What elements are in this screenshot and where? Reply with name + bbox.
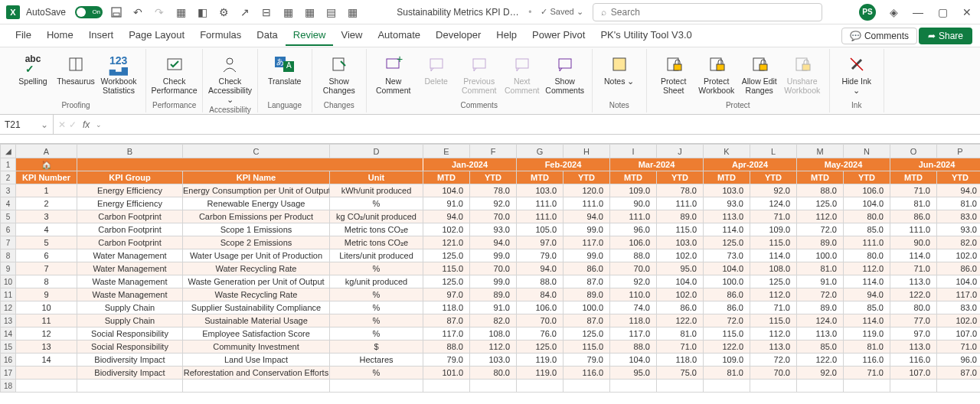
cell[interactable]: 88.0 bbox=[797, 184, 844, 197]
col-header-B[interactable]: B bbox=[77, 145, 183, 158]
hdr-mtd[interactable]: MTD bbox=[517, 171, 564, 184]
cell[interactable]: Waste Recycling Rate bbox=[183, 288, 330, 301]
cell[interactable]: 71.0 bbox=[750, 301, 797, 314]
cell[interactable]: % bbox=[330, 314, 423, 327]
name-box[interactable]: T21 ⌄ bbox=[0, 115, 54, 134]
cell[interactable]: 85.0 bbox=[844, 223, 890, 236]
cell[interactable]: 81.0 bbox=[844, 340, 890, 354]
qat-icon-5[interactable]: ⊟ bbox=[259, 5, 274, 20]
save-icon[interactable] bbox=[109, 5, 124, 20]
cell[interactable] bbox=[423, 380, 470, 393]
cell[interactable]: 100.0 bbox=[704, 275, 750, 288]
tab-automate[interactable]: Automate bbox=[370, 25, 428, 46]
cell[interactable]: 89.0 bbox=[470, 288, 517, 301]
qat-icon-4[interactable]: ↗ bbox=[237, 5, 253, 20]
cell[interactable]: 11 bbox=[16, 314, 77, 327]
cell[interactable]: 111.0 bbox=[517, 197, 564, 210]
row-header-11[interactable]: 11 bbox=[1, 288, 16, 301]
cell[interactable]: 121.0 bbox=[423, 236, 470, 249]
cell[interactable] bbox=[844, 380, 890, 393]
cell[interactable]: Waste Management bbox=[77, 288, 183, 301]
ribbon-protect-workbook-button[interactable]: Protect Workbook bbox=[696, 52, 737, 96]
col-header-H[interactable]: H bbox=[564, 145, 610, 158]
row-header-14[interactable]: 14 bbox=[1, 327, 16, 340]
cell[interactable]: 89.0 bbox=[797, 301, 844, 314]
cell[interactable]: 107.0 bbox=[937, 327, 981, 340]
cell[interactable]: Renewable Energy Usage bbox=[183, 197, 330, 210]
cell[interactable]: 71.0 bbox=[890, 184, 937, 197]
col-header-L[interactable]: L bbox=[750, 145, 797, 158]
cell[interactable]: 113.0 bbox=[890, 340, 937, 354]
cell[interactable]: % bbox=[330, 197, 423, 210]
cell[interactable]: 104.0 bbox=[610, 354, 657, 367]
cell[interactable]: 96.0 bbox=[937, 354, 981, 367]
accept-formula-icon[interactable]: ✓ bbox=[69, 119, 77, 130]
hdr-mtd[interactable]: MTD bbox=[704, 171, 750, 184]
hdr-ytd[interactable]: YTD bbox=[564, 171, 610, 184]
cell[interactable]: 87.0 bbox=[423, 314, 470, 327]
col-header-P[interactable]: P bbox=[937, 145, 981, 158]
cell[interactable]: 91.0 bbox=[470, 301, 517, 314]
cell[interactable]: 96.0 bbox=[610, 223, 657, 236]
cell[interactable]: 87.0 bbox=[564, 314, 610, 327]
cell[interactable]: 122.0 bbox=[797, 354, 844, 367]
cell[interactable]: 91.0 bbox=[797, 275, 844, 288]
cell[interactable]: 112.0 bbox=[750, 288, 797, 301]
cell[interactable]: Metric tons CO₂e bbox=[330, 236, 423, 249]
cell[interactable]: 90.0 bbox=[890, 236, 937, 249]
col-header-K[interactable]: K bbox=[704, 145, 750, 158]
cell[interactable]: 125.0 bbox=[797, 197, 844, 210]
cell[interactable]: 99.0 bbox=[470, 249, 517, 262]
cell[interactable]: 104.0 bbox=[937, 275, 981, 288]
ribbon-thesaurus-button[interactable]: Thesaurus bbox=[55, 52, 96, 87]
cell[interactable]: 108.0 bbox=[750, 262, 797, 275]
cell[interactable]: 125.0 bbox=[704, 236, 750, 249]
cell[interactable]: 112.0 bbox=[844, 262, 890, 275]
cell[interactable]: 71.0 bbox=[844, 367, 890, 380]
cell[interactable]: 103.0 bbox=[517, 184, 564, 197]
cell[interactable]: 87.0 bbox=[564, 275, 610, 288]
cell[interactable]: 113.0 bbox=[750, 340, 797, 354]
cell[interactable]: Social Responsibility bbox=[77, 327, 183, 340]
cell[interactable]: Community Investment bbox=[183, 340, 330, 354]
search-box[interactable]: ⌕ bbox=[593, 3, 822, 21]
tab-page-layout[interactable]: Page Layout bbox=[121, 25, 192, 46]
cell[interactable]: 70.0 bbox=[610, 262, 657, 275]
cell[interactable]: 117.0 bbox=[564, 236, 610, 249]
cell[interactable]: 13 bbox=[16, 340, 77, 354]
cell[interactable] bbox=[470, 380, 517, 393]
cell[interactable]: 70.0 bbox=[750, 367, 797, 380]
cell[interactable]: Supply Chain bbox=[77, 314, 183, 327]
cell[interactable]: 84.0 bbox=[517, 288, 564, 301]
cell[interactable]: 9 bbox=[16, 288, 77, 301]
cell[interactable]: 101.0 bbox=[423, 367, 470, 380]
ribbon-notes--button[interactable]: Notes ⌄ bbox=[599, 52, 640, 87]
cell[interactable]: 81.0 bbox=[797, 262, 844, 275]
cell[interactable]: 111.0 bbox=[844, 236, 890, 249]
tab-formulas[interactable]: Formulas bbox=[192, 25, 249, 46]
cell[interactable] bbox=[330, 380, 423, 393]
row-header-6[interactable]: 6 bbox=[1, 223, 16, 236]
cell[interactable]: 125.0 bbox=[564, 327, 610, 340]
ribbon-check-accessibility--button[interactable]: Check Accessibility ⌄ bbox=[209, 52, 250, 106]
ribbon-protect-sheet-button[interactable]: Protect Sheet bbox=[653, 52, 694, 96]
ribbon-allow-edit-ranges-button[interactable]: Allow Edit Ranges bbox=[739, 52, 780, 96]
cell[interactable]: 103.0 bbox=[704, 184, 750, 197]
col-header-A[interactable]: A bbox=[16, 145, 77, 158]
ribbon-hide-ink--button[interactable]: Hide Ink ⌄ bbox=[836, 52, 877, 96]
cell[interactable]: % bbox=[330, 262, 423, 275]
hdr-kpiname[interactable]: KPI Name bbox=[183, 171, 330, 184]
cell[interactable]: Sustainable Material Usage bbox=[183, 314, 330, 327]
cell[interactable]: 72.0 bbox=[704, 314, 750, 327]
cell[interactable]: Biodiversity Impact bbox=[77, 367, 183, 380]
hdr-mtd[interactable]: MTD bbox=[797, 171, 844, 184]
cell[interactable]: 10 bbox=[16, 301, 77, 314]
row-header-17[interactable]: 17 bbox=[1, 367, 16, 380]
cell[interactable]: 111.0 bbox=[564, 197, 610, 210]
cell[interactable] bbox=[517, 380, 564, 393]
cell[interactable] bbox=[564, 380, 610, 393]
cell[interactable]: 125.0 bbox=[423, 249, 470, 262]
month-header[interactable]: Feb-2024 bbox=[517, 158, 610, 171]
cell[interactable]: 83.0 bbox=[937, 210, 981, 223]
cell[interactable]: 14 bbox=[16, 354, 77, 367]
